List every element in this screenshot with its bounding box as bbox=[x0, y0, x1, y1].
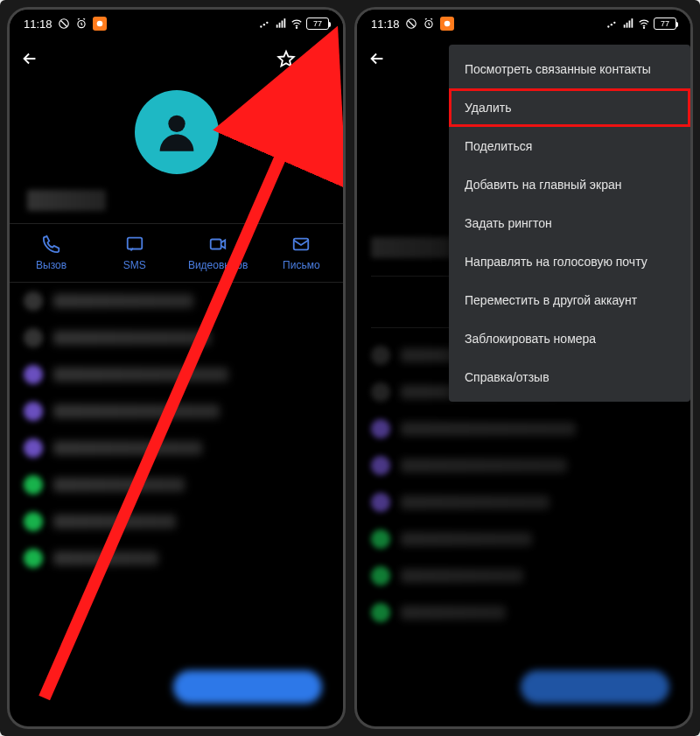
status-time: 11:18 bbox=[24, 18, 52, 31]
svg-point-25 bbox=[611, 24, 612, 25]
signal-bars-icon bbox=[275, 18, 287, 30]
wifi-icon bbox=[638, 18, 650, 30]
wifi-icon bbox=[290, 18, 303, 30]
more-menu-button[interactable] bbox=[313, 49, 332, 68]
status-bar: 11:18 bbox=[10, 10, 343, 38]
svg-rect-8 bbox=[279, 23, 281, 28]
menu-block[interactable]: Заблокировать номера bbox=[449, 319, 690, 358]
svg-point-26 bbox=[613, 22, 615, 24]
svg-point-12 bbox=[321, 52, 325, 55]
svg-rect-17 bbox=[211, 240, 221, 249]
list-item bbox=[24, 402, 329, 421]
app-notif-icon bbox=[93, 17, 107, 31]
svg-line-1 bbox=[60, 21, 66, 27]
svg-point-15 bbox=[168, 116, 185, 132]
menu-route-voicemail[interactable]: Направлять на голосовую почту bbox=[449, 242, 690, 281]
svg-rect-29 bbox=[629, 21, 631, 28]
svg-point-13 bbox=[321, 57, 325, 60]
svg-rect-10 bbox=[284, 18, 286, 28]
signal-dots-icon bbox=[259, 18, 271, 30]
svg-rect-30 bbox=[632, 18, 634, 28]
svg-point-23 bbox=[444, 21, 450, 27]
svg-line-21 bbox=[408, 21, 414, 27]
overflow-menu: Посмотреть связанные контакты Удалить По… bbox=[449, 45, 690, 402]
svg-point-24 bbox=[607, 25, 609, 27]
app-header bbox=[10, 38, 343, 80]
menu-set-ringtone[interactable]: Задать рингтон bbox=[449, 204, 690, 242]
svg-point-6 bbox=[266, 22, 268, 24]
action-video-label: Видеовызов bbox=[188, 259, 248, 271]
action-row: Вызов SMS Видеовызов Письмо bbox=[10, 223, 343, 283]
list-item bbox=[371, 493, 676, 512]
contact-details-list bbox=[10, 283, 343, 726]
status-time: 11:18 bbox=[371, 18, 400, 31]
action-sms[interactable]: SMS bbox=[93, 235, 176, 271]
list-item bbox=[24, 549, 329, 568]
svg-point-5 bbox=[263, 24, 265, 25]
phone-left: 11:18 bbox=[7, 7, 346, 729]
list-item bbox=[371, 419, 676, 438]
menu-help[interactable]: Справка/отзыв bbox=[449, 358, 690, 396]
status-bar: 11:18 bbox=[357, 10, 690, 38]
list-item bbox=[24, 365, 329, 384]
action-email-label: Письмо bbox=[283, 259, 320, 271]
list-item bbox=[371, 456, 676, 475]
menu-move-account[interactable]: Переместить в другой аккаунт bbox=[449, 281, 690, 319]
svg-rect-28 bbox=[626, 23, 628, 28]
signal-dots-icon bbox=[606, 18, 619, 30]
dnd-icon bbox=[58, 18, 70, 30]
list-item bbox=[24, 475, 329, 494]
list-item bbox=[24, 328, 329, 347]
menu-delete[interactable]: Удалить bbox=[449, 88, 690, 127]
svg-rect-27 bbox=[624, 25, 626, 28]
star-icon[interactable] bbox=[276, 49, 296, 68]
action-video[interactable]: Видеовызов bbox=[177, 235, 260, 271]
battery-icon: 77 bbox=[306, 18, 329, 30]
action-email[interactable]: Письмо bbox=[260, 235, 343, 271]
alarm-icon bbox=[423, 18, 435, 30]
avatar bbox=[135, 90, 219, 174]
menu-share[interactable]: Поделиться bbox=[449, 127, 690, 165]
floating-action-pill[interactable] bbox=[173, 670, 322, 704]
list-item bbox=[371, 603, 676, 622]
svg-rect-7 bbox=[276, 25, 278, 28]
signal-bars-icon bbox=[622, 18, 634, 30]
floating-action-pill[interactable] bbox=[521, 670, 669, 704]
list-item bbox=[371, 529, 676, 549]
dnd-icon bbox=[405, 18, 417, 30]
phone-right: 11:18 bbox=[354, 7, 693, 729]
svg-point-31 bbox=[643, 27, 644, 28]
app-notif-icon bbox=[440, 17, 454, 31]
list-item bbox=[371, 566, 676, 585]
video-icon bbox=[208, 235, 228, 254]
svg-rect-9 bbox=[282, 21, 284, 28]
contact-name bbox=[10, 190, 343, 223]
back-button[interactable] bbox=[20, 49, 39, 68]
menu-add-home[interactable]: Добавить на главный экран bbox=[449, 165, 690, 204]
svg-point-11 bbox=[296, 27, 297, 28]
action-call[interactable]: Вызов bbox=[10, 235, 93, 271]
email-icon bbox=[291, 235, 311, 254]
svg-point-14 bbox=[321, 63, 325, 67]
action-sms-label: SMS bbox=[123, 259, 146, 271]
action-call-label: Вызов bbox=[36, 259, 66, 271]
list-item bbox=[24, 438, 329, 458]
menu-view-linked[interactable]: Посмотреть связанные контакты bbox=[449, 50, 690, 88]
list-item bbox=[24, 512, 329, 531]
back-button[interactable] bbox=[368, 49, 387, 68]
sms-icon bbox=[125, 235, 144, 254]
alarm-icon bbox=[75, 18, 88, 30]
list-item bbox=[24, 291, 329, 311]
phone-icon bbox=[42, 235, 61, 254]
avatar-section bbox=[10, 80, 343, 190]
battery-icon: 77 bbox=[654, 18, 676, 30]
svg-rect-16 bbox=[128, 238, 143, 249]
svg-point-4 bbox=[260, 25, 262, 27]
svg-point-3 bbox=[96, 21, 102, 27]
